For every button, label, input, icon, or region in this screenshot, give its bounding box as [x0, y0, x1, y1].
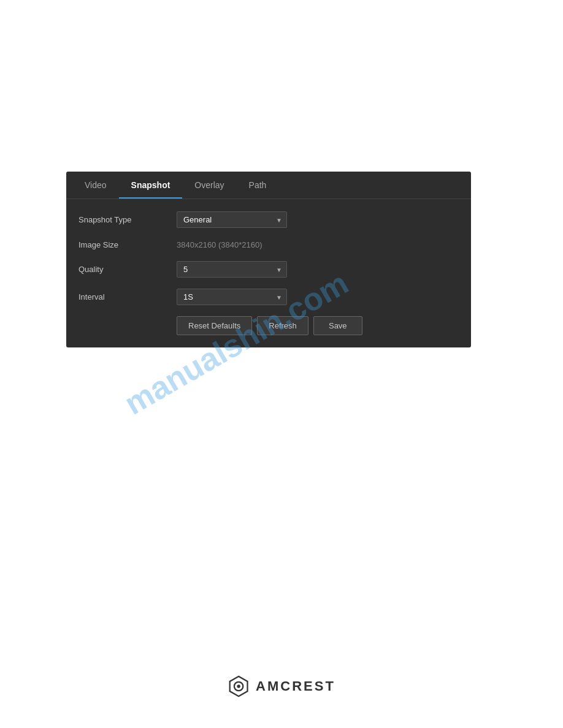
snapshot-type-row: Snapshot Type General Trigger — [79, 211, 459, 228]
tab-path[interactable]: Path — [237, 172, 279, 199]
save-button[interactable]: Save — [313, 316, 362, 335]
snapshot-type-label: Snapshot Type — [79, 215, 177, 224]
interval-control: 1S 2S 5S 10S 30S 60S — [177, 289, 459, 305]
image-size-label: Image Size — [79, 240, 177, 249]
snapshot-type-control: General Trigger — [177, 211, 459, 228]
quality-select[interactable]: 1 2 3 4 5 6 — [177, 261, 287, 278]
form-area: Snapshot Type General Trigger Image Size — [66, 199, 471, 347]
interval-row: Interval 1S 2S 5S 10S 30S 60S — [79, 289, 459, 305]
refresh-button[interactable]: Refresh — [257, 316, 308, 335]
quality-label: Quality — [79, 265, 177, 274]
page: Video Snapshot Overlay Path Snapshot Typ… — [0, 0, 563, 728]
interval-label: Interval — [79, 292, 177, 301]
logo-text: AMCREST — [256, 678, 335, 694]
image-size-value: 3840x2160 (3840*2160) — [177, 239, 459, 250]
tab-snapshot[interactable]: Snapshot — [119, 172, 183, 199]
snapshot-type-select[interactable]: General Trigger — [177, 211, 287, 228]
settings-panel: Video Snapshot Overlay Path Snapshot Typ… — [66, 172, 471, 347]
reset-defaults-button[interactable]: Reset Defaults — [177, 316, 252, 335]
amcrest-logo-icon — [228, 675, 250, 697]
interval-select-wrapper: 1S 2S 5S 10S 30S 60S — [177, 289, 287, 305]
interval-select[interactable]: 1S 2S 5S 10S 30S 60S — [177, 289, 287, 305]
quality-select-wrapper: 1 2 3 4 5 6 — [177, 261, 287, 278]
image-size-row: Image Size 3840x2160 (3840*2160) — [79, 239, 459, 250]
footer: AMCREST — [228, 675, 335, 697]
quality-row: Quality 1 2 3 4 5 6 — [79, 261, 459, 278]
quality-control: 1 2 3 4 5 6 — [177, 261, 459, 278]
button-row: Reset Defaults Refresh Save — [79, 316, 459, 335]
tab-overlay[interactable]: Overlay — [182, 172, 236, 199]
panel-container: Video Snapshot Overlay Path Snapshot Typ… — [66, 172, 471, 347]
snapshot-type-select-wrapper: General Trigger — [177, 211, 287, 228]
tab-video[interactable]: Video — [72, 172, 119, 199]
svg-point-2 — [237, 684, 240, 688]
tab-bar: Video Snapshot Overlay Path — [66, 172, 471, 199]
